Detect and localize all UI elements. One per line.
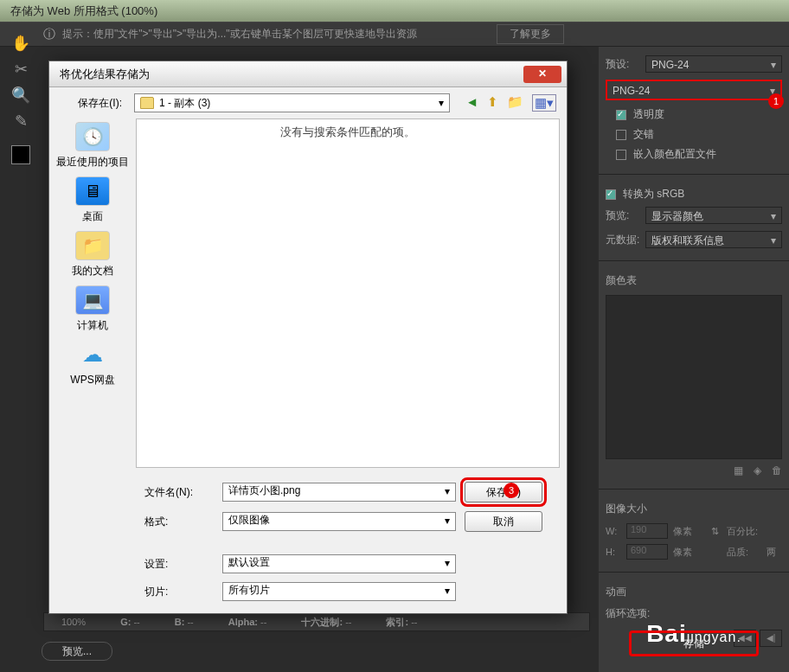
slices-label: 切片: xyxy=(136,585,214,599)
width-field[interactable]: 190 xyxy=(626,523,668,539)
dialog-title: 将优化结果存储为 xyxy=(55,67,150,82)
transparency-checkbox-row[interactable]: 透明度 xyxy=(616,107,782,122)
percent-label: 百分比: xyxy=(727,525,761,538)
color-table-area xyxy=(606,295,782,459)
image-size-title: 图像大小 xyxy=(606,502,782,516)
annotation-badge-3: 3 xyxy=(504,483,519,498)
px-label: 像素 xyxy=(673,546,706,559)
save-dialog: 将优化结果存储为 ✕ 保存在(I): 1 - 副本 (3) ◄ ⬆ 📁 ▦▾ 🕓… xyxy=(48,61,568,614)
wps-cloud-icon: ☁ xyxy=(75,340,110,369)
px-label: 像素 xyxy=(673,525,706,538)
learn-more-link[interactable]: 了解更多 xyxy=(497,24,564,44)
preview-button[interactable]: 预览... xyxy=(42,642,112,661)
metadata-select[interactable]: 版权和联系信息 xyxy=(645,231,782,248)
preview-select[interactable]: 显示器颜色 xyxy=(645,207,782,224)
file-list-area[interactable]: 没有与搜索条件匹配的项。 xyxy=(136,118,560,468)
save-in-label: 保存在(I): xyxy=(60,96,127,111)
right-panel: 预设: PNG-24 PNG-24 1 透明度 交错 嵌入颜色配置文件 转换为 … xyxy=(599,47,789,672)
link-icon[interactable]: ⇅ xyxy=(711,526,722,537)
desktop-icon: 🖥 xyxy=(75,176,110,206)
color-table-icons: ▦ ◈ 🗑 xyxy=(606,464,782,477)
preview-label: 预览: xyxy=(606,208,645,223)
slice-tool-icon[interactable]: ✂ xyxy=(9,59,33,80)
back-icon[interactable]: ◄ xyxy=(465,94,478,112)
up-folder-icon[interactable]: ⬆ xyxy=(487,94,498,112)
folder-combo[interactable]: 1 - 副本 (3) xyxy=(134,93,450,112)
zoom-tool-icon[interactable]: 🔍 xyxy=(9,85,33,106)
filename-label: 文件名(N): xyxy=(136,485,214,500)
empty-message: 没有与搜索条件匹配的项。 xyxy=(280,125,415,138)
place-computer[interactable]: 💻 计算机 xyxy=(75,285,110,333)
anim-prev-button[interactable]: ◀| xyxy=(760,630,782,647)
cancel-button[interactable]: 取消 xyxy=(465,511,542,532)
cube-icon[interactable]: ▦ xyxy=(734,464,743,477)
metadata-label: 元数据: xyxy=(606,233,645,247)
zoom-level[interactable]: 100% xyxy=(61,617,86,627)
hand-tool-icon[interactable]: ✋ xyxy=(9,33,33,54)
width-label: W: xyxy=(606,526,621,536)
convert-srgb-checkbox-row[interactable]: 转换为 sRGB xyxy=(606,187,782,202)
settings-field[interactable]: 默认设置 xyxy=(222,554,456,573)
preset-label: 预设: xyxy=(606,57,645,72)
format-field[interactable]: 仅限图像 xyxy=(222,512,456,531)
quality-value: 两 xyxy=(767,546,789,559)
app-title-bar: 存储为 Web 所用格式 (100%) xyxy=(0,0,789,22)
documents-icon: 📁 xyxy=(75,231,110,260)
folder-icon xyxy=(140,97,154,109)
interlace-checkbox-row[interactable]: 交错 xyxy=(616,127,782,142)
height-field[interactable]: 690 xyxy=(626,544,668,560)
tip-bar: ⓘ 提示：使用"文件">"导出">"导出为..."或右键单击某个图层可更快速地导… xyxy=(0,22,789,47)
info-icon: ⓘ xyxy=(43,27,55,42)
save-button-highlight[interactable]: 存储 xyxy=(629,630,759,656)
color-swatch[interactable] xyxy=(11,145,30,164)
loop-label: 循环选项: xyxy=(606,606,658,621)
dialog-title-bar[interactable]: 将优化结果存储为 ✕ xyxy=(49,61,567,87)
quality-label: 品质: xyxy=(727,546,761,559)
left-toolbar: ✋ ✂ 🔍 ✎ xyxy=(3,29,38,164)
tip-text: 提示：使用"文件">"导出">"导出为..."或右键单击某个图层可更快速地导出资… xyxy=(62,27,417,42)
place-documents[interactable]: 📁 我的文档 xyxy=(72,231,113,278)
color-table-title: 颜色表 xyxy=(606,273,782,288)
slices-field[interactable]: 所有切片 xyxy=(222,582,456,601)
computer-icon: 💻 xyxy=(75,285,110,315)
dialog-toolbar: 保存在(I): 1 - 副本 (3) ◄ ⬆ 📁 ▦▾ xyxy=(49,87,567,118)
anim-title: 动画 xyxy=(606,585,782,599)
embed-profile-checkbox-row[interactable]: 嵌入颜色配置文件 xyxy=(616,147,782,162)
close-button[interactable]: ✕ xyxy=(523,66,561,83)
annotation-badge-1: 1 xyxy=(768,93,784,109)
new-folder-icon[interactable]: 📁 xyxy=(507,94,523,112)
height-label: H: xyxy=(606,547,621,557)
place-desktop[interactable]: 🖥 桌面 xyxy=(75,176,110,224)
checkbox-checked-icon xyxy=(616,110,626,120)
eyedropper-tool-icon[interactable]: ✎ xyxy=(9,111,33,131)
places-sidebar: 🕓 最近使用的项目 🖥 桌面 📁 我的文档 💻 计算机 ☁ WPS网盘 xyxy=(49,118,136,475)
checkbox-checked-icon xyxy=(606,189,616,200)
place-wps[interactable]: ☁ WPS网盘 xyxy=(70,340,114,387)
checkbox-icon xyxy=(616,150,626,160)
place-recent[interactable]: 🕓 最近使用的项目 xyxy=(56,122,129,170)
recent-icon: 🕓 xyxy=(75,122,110,151)
checkbox-icon xyxy=(616,130,626,140)
format-label: 格式: xyxy=(136,515,214,529)
status-bar: 100% G: -- B: -- Alpha: -- 十六进制: -- 索引: … xyxy=(43,612,590,631)
preset-select[interactable]: PNG-24 xyxy=(645,55,782,73)
filename-field[interactable]: 详情页小图.png xyxy=(222,483,456,502)
cube2-icon[interactable]: ◈ xyxy=(754,464,761,477)
trash-icon[interactable]: 🗑 xyxy=(772,464,782,477)
view-mode-icon[interactable]: ▦▾ xyxy=(532,94,556,112)
format-select[interactable]: PNG-24 xyxy=(606,80,782,100)
app-title: 存储为 Web 所用格式 (100%) xyxy=(10,4,157,17)
settings-label: 设置: xyxy=(136,557,214,572)
